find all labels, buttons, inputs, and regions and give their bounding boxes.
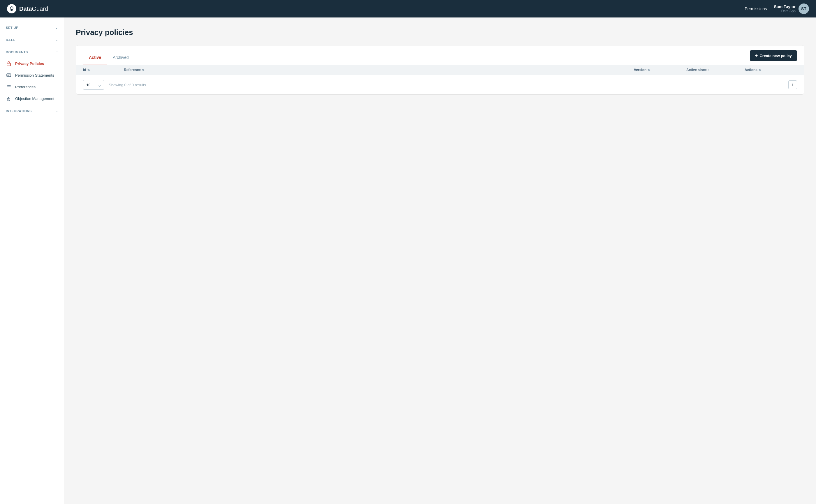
avatar[interactable]: ST [799, 3, 809, 14]
th-version-label: Version [634, 68, 646, 72]
nav-section-header-integrations[interactable]: INTEGRATIONS ⌄ [0, 105, 64, 117]
user-info: Sam Taylor Data App ST [774, 3, 809, 14]
th-reference[interactable]: Reference ⇅ [124, 68, 634, 72]
sidebar-item-permission-statements[interactable]: Permission Statements [0, 69, 64, 81]
th-active-since-label: Active since [686, 68, 707, 72]
sidebar-item-privacy-policies[interactable]: Privacy Policies [0, 58, 64, 69]
plus-icon: + [755, 53, 758, 58]
card-icon [6, 72, 12, 78]
sidebar-item-label-preferences: Preferences [15, 85, 36, 89]
nav-section-label-setup: SET UP [6, 26, 18, 29]
page-number[interactable]: 1 [788, 80, 797, 89]
nav-section-setup: SET UP ⌄ [0, 22, 64, 33]
table-container: Id ⇅ Reference ⇅ Version ⇅ Active since … [76, 65, 804, 94]
page-size-chevron-icon[interactable]: ⌄ [95, 80, 104, 89]
chevron-down-icon-setup: ⌄ [55, 26, 58, 30]
main-content: Privacy policies Active Archived + Creat… [64, 17, 816, 504]
logo: DataGuard [7, 4, 48, 13]
list-icon [6, 84, 12, 90]
th-reference-label: Reference [124, 68, 141, 72]
sort-icon-id: ⇅ [87, 68, 90, 72]
page-title: Privacy policies [76, 28, 804, 37]
nav-section-label-documents: DOCUMENTS [6, 50, 28, 54]
sort-icon-active-since: ↑ [708, 68, 709, 72]
user-text: Sam Taylor Data App [774, 4, 796, 13]
pagination-row: 10 ⌄ Showing 0 of 0 results 1 [76, 75, 804, 94]
page-size-select[interactable]: 10 ⌄ [83, 80, 104, 90]
th-version[interactable]: Version ⇅ [634, 68, 686, 72]
lock-icon [6, 61, 12, 66]
th-active-since[interactable]: Active since ↑ [686, 68, 745, 72]
sort-icon-version: ⇅ [648, 68, 650, 72]
hand-icon [6, 96, 12, 101]
chevron-down-icon-integrations: ⌄ [55, 109, 58, 113]
th-actions[interactable]: Actions ⇅ [745, 68, 797, 72]
nav-section-header-setup[interactable]: SET UP ⌄ [0, 22, 64, 33]
th-id[interactable]: Id ⇅ [83, 68, 124, 72]
nav-section-integrations: INTEGRATIONS ⌄ [0, 105, 64, 117]
sort-icon-actions: ⇅ [759, 68, 761, 72]
page-size-value: 10 [83, 83, 95, 87]
header: DataGuard Permissions Sam Taylor Data Ap… [0, 0, 816, 17]
tabs: Active Archived [83, 51, 135, 64]
nav-section-label-data: DATA [6, 38, 15, 42]
sidebar-item-label-permission-statements: Permission Statements [15, 73, 54, 77]
svg-rect-1 [7, 63, 10, 66]
sidebar-item-label-privacy-policies: Privacy Policies [15, 61, 44, 66]
user-app: Data App [774, 9, 796, 13]
svg-point-0 [10, 7, 13, 10]
results-text: Showing 0 of 0 results [109, 83, 146, 87]
nav-section-header-documents[interactable]: DOCUMENTS ⌃ [0, 47, 64, 58]
logo-text-data: Data [19, 6, 32, 12]
tab-active[interactable]: Active [83, 51, 107, 64]
nav-section-documents: DOCUMENTS ⌃ Privacy Policies [0, 47, 64, 104]
sidebar-item-objection-management[interactable]: Objection Management [0, 93, 64, 104]
sidebar: SET UP ⌄ DATA ⌄ DOCUMENTS ⌃ [0, 17, 64, 504]
sidebar-item-preferences[interactable]: Preferences [0, 81, 64, 93]
chevron-up-icon-documents: ⌃ [55, 50, 58, 54]
policies-card: Active Archived + Create new policy Id ⇅ [76, 45, 804, 95]
main-layout: SET UP ⌄ DATA ⌄ DOCUMENTS ⌃ [0, 17, 816, 504]
user-name: Sam Taylor [774, 4, 796, 9]
th-id-label: Id [83, 68, 86, 72]
logo-text-guard: Guard [32, 6, 48, 12]
sidebar-item-label-objection-management: Objection Management [15, 96, 54, 101]
svg-rect-2 [7, 74, 11, 77]
create-policy-label: Create new policy [759, 54, 792, 58]
card-header: Active Archived + Create new policy [76, 45, 804, 65]
chevron-down-icon-data: ⌄ [55, 38, 58, 42]
table-header-row: Id ⇅ Reference ⇅ Version ⇅ Active since … [76, 65, 804, 75]
th-actions-label: Actions [745, 68, 757, 72]
nav-section-header-data[interactable]: DATA ⌄ [0, 34, 64, 45]
nav-section-label-integrations: INTEGRATIONS [6, 109, 32, 113]
permissions-link[interactable]: Permissions [745, 6, 767, 11]
create-policy-button[interactable]: + Create new policy [750, 50, 797, 61]
sort-icon-reference: ⇅ [142, 68, 144, 72]
tab-archived[interactable]: Archived [107, 51, 134, 64]
header-right: Permissions Sam Taylor Data App ST [745, 3, 809, 14]
logo-icon [7, 4, 16, 13]
nav-section-data: DATA ⌄ [0, 34, 64, 45]
